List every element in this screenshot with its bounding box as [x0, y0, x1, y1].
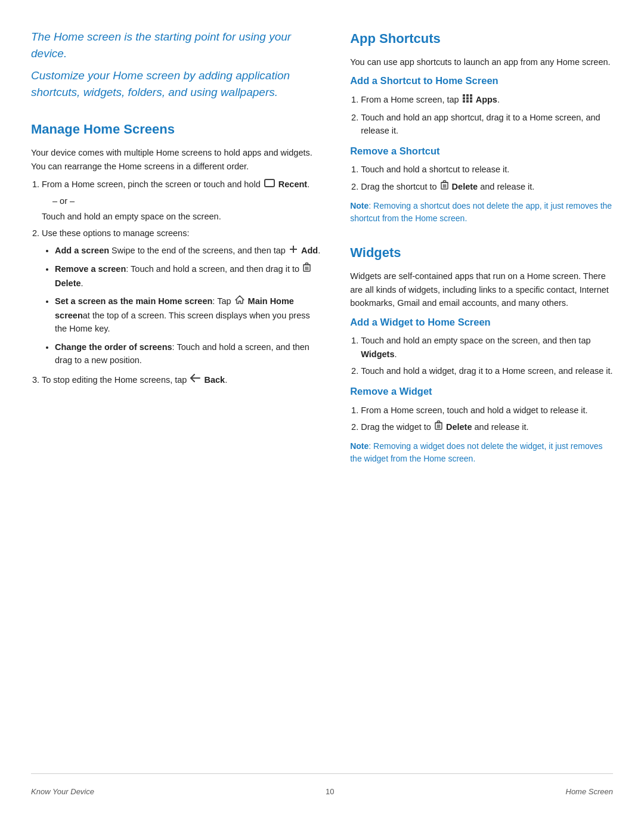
main-screen-bold: Set a screen as the main Home screen [55, 296, 212, 306]
svg-marker-11 [236, 296, 244, 304]
remove-widget-step-1: From a Home screen, touch and hold a wid… [361, 404, 613, 417]
svg-rect-21 [470, 100, 472, 103]
add-shortcut-step-1: From a Home screen, tap Apps. [361, 93, 613, 107]
delete-icon-2 [441, 180, 448, 193]
apps-icon [463, 93, 472, 106]
footer-right: Home Screen [566, 786, 613, 798]
right-column: App Shortcuts You can use app shortcuts … [350, 29, 613, 773]
or-divider: – or – [52, 194, 321, 208]
app-shortcuts-body: You can use app shortcuts to launch an a… [350, 55, 613, 69]
option-main-screen: Set a screen as the main Home screen: Ta… [55, 295, 321, 335]
remove-shortcut-header: Remove a Shortcut [350, 144, 613, 159]
left-column: The Home screen is the starting point fo… [31, 29, 321, 773]
delete-label-3: Delete [446, 422, 472, 432]
step1b-text: Touch and hold an empty space on the scr… [42, 210, 321, 223]
delete-icon-3 [435, 420, 442, 433]
manage-step-3: To stop editing the Home screens, tap Ba… [42, 373, 321, 387]
add-label: Add [301, 246, 318, 255]
back-label: Back [204, 375, 225, 385]
manage-step-1: From a Home screen, pinch the screen or … [42, 178, 321, 223]
svg-rect-19 [463, 100, 465, 103]
svg-rect-20 [466, 100, 469, 103]
remove-widget-step-2: Drag the widget to Delete and release it… [361, 420, 613, 434]
recent-label: Recent [278, 179, 307, 189]
add-widget-step-1: Touch and hold an empty space on the scr… [361, 334, 613, 361]
remove-shortcut-note: Note: Removing a shortcut does not delet… [350, 200, 613, 225]
apps-label: Apps [476, 95, 497, 104]
add-widget-steps: Touch and hold an empty space on the scr… [350, 334, 613, 377]
remove-screen-rest: : Touch and hold a screen, and then drag… [126, 264, 302, 274]
app-shortcuts-header: App Shortcuts [350, 29, 613, 48]
svg-rect-13 [463, 94, 465, 97]
svg-rect-16 [463, 97, 465, 100]
note-label-2: Note [350, 441, 369, 451]
manage-body: Your device comes with multiple Home scr… [31, 146, 321, 173]
remove-shortcut-steps: Touch and hold a shortcut to release it.… [350, 163, 613, 194]
widgets-header: Widgets [350, 243, 613, 262]
manage-step-2: Use these options to manage screens: Add… [42, 227, 321, 367]
step1-text: From a Home screen, pinch the screen or … [42, 179, 309, 189]
svg-rect-15 [470, 94, 472, 97]
intro-text-1: The Home screen is the starting point fo… [31, 29, 321, 61]
home-icon [235, 295, 244, 308]
remove-widget-steps: From a Home screen, touch and hold a wid… [350, 404, 613, 435]
option-remove-screen: Remove a screen: Touch and hold a screen… [55, 262, 321, 290]
remove-shortcut-step-1: Touch and hold a shortcut to release it. [361, 163, 613, 176]
add-icon [289, 244, 298, 257]
page-footer: Know Your Device 10 Home Screen [31, 773, 613, 798]
add-widget-header: Add a Widget to Home Screen [350, 315, 613, 330]
widgets-body: Widgets are self-contained apps that run… [350, 270, 613, 309]
manage-steps: From a Home screen, pinch the screen or … [31, 178, 321, 387]
widgets-section: Widgets Widgets are self-contained apps … [350, 243, 613, 471]
intro-text-2: Customize your Home screen by adding app… [31, 67, 321, 100]
add-screen-rest: Swipe to the end of the screens, and the… [109, 246, 288, 255]
page-container: The Home screen is the starting point fo… [0, 0, 644, 833]
step3-text: To stop editing the Home screens, tap [42, 375, 189, 385]
svg-rect-14 [466, 94, 469, 97]
delete-label-1: Delete [55, 278, 81, 288]
widgets-label: Widgets [361, 349, 394, 359]
step2-intro: Use these options to manage screens: [42, 228, 189, 238]
add-screen-bold: Add a screen [55, 246, 109, 255]
add-shortcut-steps: From a Home screen, tap Apps. Touch and … [350, 93, 613, 137]
add-shortcut-header: Add a Shortcut to Home Screen [350, 73, 613, 88]
svg-rect-18 [470, 97, 472, 100]
remove-shortcut-step-2: Drag the shortcut to Delete and release … [361, 180, 613, 194]
note-label-1: Note [350, 201, 369, 210]
recent-icon [264, 178, 275, 191]
manage-section: Manage Home Screens Your device comes wi… [31, 119, 321, 393]
back-icon [190, 373, 200, 386]
delete-icon-1 [303, 262, 311, 275]
add-shortcut-step-2: Touch and hold an app shortcut, drag it … [361, 111, 613, 138]
app-shortcuts-section: App Shortcuts You can use app shortcuts … [350, 29, 613, 231]
delete-label-2: Delete [452, 182, 478, 191]
svg-rect-17 [466, 97, 469, 100]
remove-widget-header: Remove a Widget [350, 384, 613, 399]
footer-left: Know Your Device [31, 786, 94, 798]
option-add-screen: Add a screen Swipe to the end of the scr… [55, 244, 321, 258]
add-widget-step-2: Touch and hold a widget, drag it to a Ho… [361, 364, 613, 377]
manage-header: Manage Home Screens [31, 119, 321, 139]
manage-options: Add a screen Swipe to the end of the scr… [42, 244, 321, 367]
remove-screen-bold: Remove a screen [55, 264, 126, 274]
option-order-screens: Change the order of screens: Touch and h… [55, 340, 321, 367]
main-content: The Home screen is the starting point fo… [31, 29, 613, 773]
remove-widget-note: Note: Removing a widget does not delete … [350, 440, 613, 465]
order-screens-bold: Change the order of screens [55, 342, 172, 352]
svg-rect-0 [265, 179, 274, 187]
footer-center: 10 [326, 786, 334, 798]
